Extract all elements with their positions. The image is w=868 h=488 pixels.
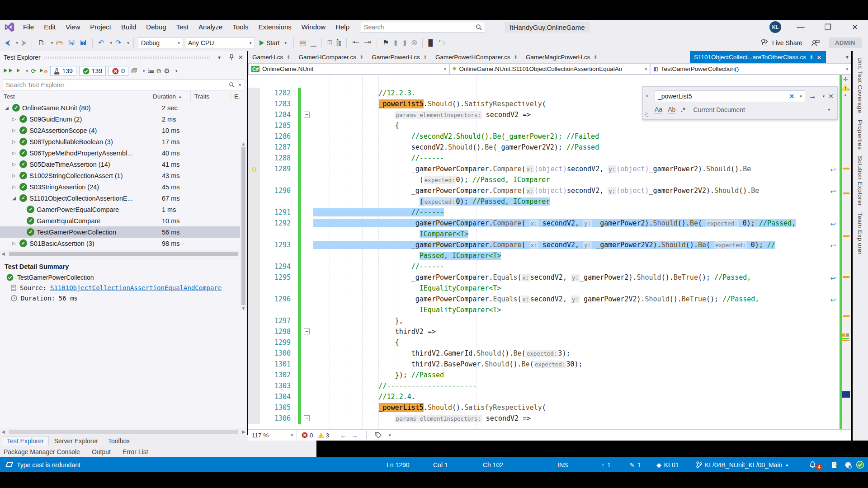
editor-tab[interactable]: GamerPowerH.cs⇟ — [368, 51, 431, 63]
tool-tab-solution-explorer[interactable]: Solution Explorer — [857, 156, 863, 206]
tag-chevron[interactable]: ▾ — [389, 433, 391, 437]
expander-icon[interactable]: ▷ — [11, 128, 17, 133]
menu-tools[interactable]: Tools — [227, 20, 253, 34]
code-line[interactable]: 1294 //------ — [248, 261, 840, 272]
scroll-up-icon[interactable]: ▲ — [844, 93, 848, 97]
code-line[interactable]: 1305 _powerList5.Should().SatisfyRespect… — [248, 402, 840, 413]
bookmark-icon[interactable]: ⚑ — [381, 38, 390, 48]
fold-toggle[interactable]: − — [304, 415, 310, 421]
tab-overflow-chevron[interactable]: ▼ — [845, 55, 849, 60]
indent-decrease-icon[interactable]: ⭰ — [351, 38, 361, 48]
menu-test[interactable]: Test — [171, 20, 194, 34]
lightbulb-icon[interactable]: ⛭ — [252, 166, 256, 173]
notifications-bell[interactable]: 4 — [809, 460, 822, 470]
branch-selector[interactable]: KL/04B_NUnit_KL/00_Main ▲ — [696, 461, 789, 469]
test-tree-row[interactable]: ✓GamerEqualCompare10 ms — [0, 215, 247, 226]
layers-icon[interactable]: ⧉ — [157, 67, 161, 75]
run-all-icon[interactable]: ⯈⯈ — [3, 67, 13, 75]
pin-icon[interactable]: ⇟ — [359, 54, 363, 60]
editor-tab[interactable]: S1101ObjectCollect...areToOtherClass.cs⇟… — [690, 51, 826, 63]
undo-icon[interactable]: ↶ — [97, 38, 105, 48]
start-button[interactable]: Start▾ — [257, 39, 289, 47]
code-line[interactable]: (expected:0); //Passed, IComparer — [248, 196, 840, 207]
failed-tests-badge[interactable]: 0 — [108, 66, 128, 76]
expander-icon[interactable]: ◢ — [11, 196, 17, 201]
pin-icon[interactable]: ⇟ — [286, 54, 290, 60]
pin-icon[interactable] — [229, 54, 234, 61]
match-case-toggle[interactable]: Aa — [655, 106, 662, 113]
minimize-button[interactable]: — — [793, 23, 808, 32]
avatar[interactable]: KL — [769, 21, 781, 33]
code-line[interactable]: 1288 //------ — [248, 153, 840, 164]
find-history-chevron[interactable]: ▾ — [800, 94, 802, 99]
uncomment-icon[interactable]: ⮌ — [436, 38, 446, 48]
code-line[interactable]: 1302 }); //Passed — [248, 370, 840, 380]
editor-tab[interactable]: GamerPowerHComparer.cs⇟ — [431, 51, 522, 63]
project-dropdown[interactable]: C#OnlineGame.NUnit▾ — [248, 63, 449, 75]
split-handle-icon[interactable]: ✛ — [843, 76, 848, 83]
code-line[interactable]: 1290 _gamerPowerComparer.Compare(x:(obje… — [248, 185, 840, 196]
test-tree-row[interactable]: ▷✓S01BasicAssertion (3)98 ms — [0, 238, 247, 249]
editor-tab[interactable]: GamerH.cs⇟ — [248, 51, 294, 63]
member-dropdown[interactable]: ◧TestGamerPowerCollection()▾ — [650, 63, 851, 75]
test-tree-row[interactable]: ▷✓S02AssertionScope (4)10 ms — [0, 125, 247, 136]
tree-hscrollbar[interactable]: ◀▶ — [0, 250, 247, 257]
prev-issue-icon[interactable]: ← — [340, 432, 347, 439]
back-icon[interactable]: ⮜ — [4, 38, 11, 48]
close-icon[interactable]: ✕ — [238, 54, 243, 61]
menu-view[interactable]: View — [61, 20, 85, 34]
scope-chevron[interactable]: ▾ — [828, 108, 830, 112]
feedback-icon[interactable] — [811, 39, 820, 47]
whole-word-toggle[interactable]: Ab — [668, 106, 675, 113]
panel-tab[interactable]: Test Explorer — [2, 436, 49, 446]
expander-icon[interactable]: ▷ — [11, 117, 17, 122]
editor-tab[interactable]: GamerHComparer.cs⇟ — [294, 51, 368, 63]
code-line[interactable]: 1286 //secondV2.Should().Be(_gamerPower2… — [248, 131, 840, 142]
next-issue-icon[interactable]: → — [351, 432, 358, 439]
fold-toggle[interactable]: − — [304, 112, 310, 117]
code-line[interactable]: 1285 { — [248, 120, 840, 131]
menu-help[interactable]: Help — [330, 20, 354, 34]
test-tree-row[interactable]: ▷✓S03StringAssertion (24)45 ms — [0, 181, 247, 192]
forward-icon[interactable]: ⮞ — [20, 38, 28, 48]
navigate-cursor-icon[interactable]: ⍗ — [326, 38, 333, 48]
type-dropdown[interactable]: ⯁OnlineGame.NUnit.S1101ObjectCollectionA… — [449, 63, 651, 75]
code-line[interactable]: 1300 thirdV2.GamerId.Should().Be(expecte… — [248, 348, 840, 359]
close-button[interactable]: ✕ — [847, 23, 863, 32]
live-unit-testing-icon[interactable]: ▁ — [309, 38, 317, 48]
prev-bookmark-icon[interactable]: ⮬ — [392, 38, 400, 48]
code-line[interactable]: (expected:0); //Passed, IComparer — [248, 174, 840, 185]
configuration-combo[interactable]: Debug▾ — [138, 38, 183, 48]
expander-icon[interactable]: ▷ — [11, 173, 17, 178]
menu-project[interactable]: Project — [85, 20, 116, 34]
find-next-icon[interactable]: → — [809, 92, 816, 101]
comment-icon[interactable] — [844, 461, 852, 469]
global-search-input[interactable]: Search — [361, 22, 485, 33]
expander-icon[interactable]: ▷ — [11, 241, 17, 246]
undo-chevron[interactable]: ▾ — [110, 41, 112, 45]
new-project-chevron[interactable]: ▾ — [51, 41, 53, 45]
error-count[interactable]: 0 — [302, 432, 313, 439]
test-tree-row[interactable]: ◢✓S1101ObjectCollectionAssertionE...67 m… — [0, 192, 247, 204]
code-line[interactable]: 1293 _gamerPowerComparer.Compare( x: sec… — [248, 239, 840, 250]
code-line[interactable]: IEqualityComparer<T> — [248, 283, 840, 294]
code-line[interactable]: 1297 }, — [248, 315, 840, 326]
find-expand-chevron[interactable]: ˅ — [646, 93, 648, 99]
panel-tab[interactable]: Server Explorer — [50, 436, 103, 446]
pending-changes[interactable]: ✎ 1 — [629, 461, 641, 469]
expander-icon[interactable]: ◢ — [4, 105, 10, 110]
panel-menu-chevron[interactable]: ▼ — [217, 55, 222, 60]
code-line[interactable]: 1306− params elementInspectors: secondV2… — [248, 413, 840, 424]
code-line[interactable]: 1304 //12.2.4. — [248, 391, 840, 402]
pin-icon[interactable]: ⇟ — [594, 54, 598, 60]
save-icon[interactable]: 🖫 — [66, 38, 76, 48]
pin-icon[interactable]: ⇟ — [514, 54, 518, 60]
editor-scrollbar[interactable] — [840, 75, 851, 429]
menu-file[interactable]: File — [18, 20, 39, 34]
expander-icon[interactable]: ▷ — [11, 150, 17, 155]
test-search-input[interactable]: Search Test Explorer ▾ — [3, 79, 244, 90]
gear-icon[interactable]: ⚙ — [164, 67, 170, 75]
save-all-icon[interactable]: 🖬 — [78, 38, 88, 48]
code-line[interactable]: IEqualityComparer<T> — [248, 305, 840, 315]
fold-toggle[interactable]: − — [304, 328, 310, 334]
